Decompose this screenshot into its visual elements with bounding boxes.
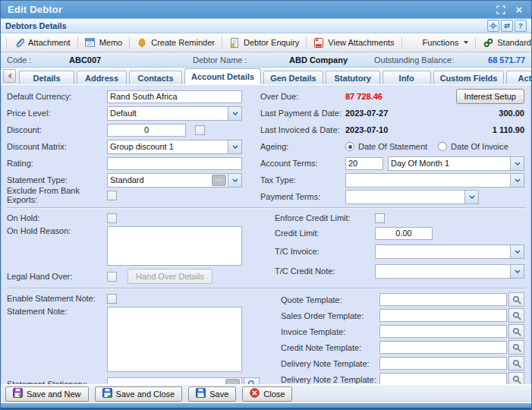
interest-setup-button[interactable]: Interest Setup [456,89,525,104]
chevron-down-icon[interactable] [510,157,524,170]
chevron-down-icon[interactable] [464,191,478,203]
chevron-down-icon[interactable] [510,245,524,258]
tab-address[interactable]: Address [77,71,127,84]
tab-contacts[interactable]: Contacts [129,71,182,84]
account-terms-input[interactable] [345,157,383,170]
discount-matrix-select[interactable]: Group discount 1 [107,140,242,154]
toolbar: Attachment Memo Create Reminder Debtor E… [1,33,531,52]
statement-note-textarea[interactable] [107,307,242,372]
tab-statutory[interactable]: Statutory [326,71,380,84]
enable-statement-note-checkbox[interactable] [107,294,117,304]
refresh-icon[interactable]: ⇄ [501,20,513,32]
delivery-note-2-template-label: Delivery Note 2 Template: [260,375,379,384]
settings-icon[interactable] [487,20,499,32]
delivery-note-template-search-icon[interactable] [508,356,524,371]
legal-hand-over-checkbox[interactable] [107,272,117,282]
outstanding-balance-value: 68 571.77 [454,55,525,65]
sales-order-template-search-icon[interactable] [508,308,524,323]
delivery-note-2-template-input[interactable] [379,373,507,384]
discount-input[interactable] [107,124,186,137]
enforce-credit-limit-checkbox[interactable] [375,213,385,223]
account-terms-period-select[interactable]: Day Of Month 1 [388,156,524,171]
hand-over-details-button[interactable]: Hand Over Details [127,269,212,284]
ellipsis-button[interactable]: ... [212,175,226,186]
quote-template-search-icon[interactable] [508,292,524,307]
tax-type-select[interactable] [345,173,524,188]
statement-type-select[interactable]: Standard ... [107,173,242,188]
tab-custom-fields[interactable]: Custom Fields [433,71,505,84]
enable-statement-note-label: Enable Statement Note: [7,294,107,303]
tab-gen-details[interactable]: Gen Details [263,71,323,84]
on-hold-reason-textarea[interactable] [107,226,242,266]
memo-icon [85,37,96,48]
delivery-note-2-template-search-icon[interactable] [508,372,524,384]
credit-note-template-search-icon[interactable] [508,340,524,355]
chevron-down-icon[interactable] [228,107,241,120]
quote-template-input[interactable] [379,293,507,306]
credit-limit-input[interactable] [375,227,433,240]
rating-input[interactable] [107,157,242,170]
view-attachments-button[interactable]: View Attachments [309,36,398,49]
create-reminder-button[interactable]: Create Reminder [132,36,219,49]
credit-note-template-input[interactable] [379,341,507,354]
panel-title: Debtors Details [5,21,67,30]
quote-template-label: Quote Template: [260,295,379,304]
window-title: Edit Debtor [8,4,62,15]
save-and-close-button[interactable]: Save and Close [95,386,183,402]
maximize-icon[interactable] [496,5,506,15]
tc-invoice-select[interactable] [375,244,524,259]
discount-checkbox[interactable] [195,125,205,135]
save-and-new-button[interactable]: Save and New [5,386,89,402]
invoice-template-search-icon[interactable] [508,324,524,339]
ellipsis-button[interactable]: ... [225,379,240,385]
exclude-bank-exports-label: Exclude From Bank Exports: [7,186,107,204]
save-button[interactable]: Save [188,386,236,402]
tab-activity[interactable]: Activity [506,71,531,84]
help-icon[interactable]: ? [515,20,527,32]
date-of-statement-radio[interactable] [345,142,354,151]
exclude-bank-exports-checkbox[interactable] [107,191,117,200]
footer-bar: Save and New Save and Close Save Close [1,384,531,402]
attachment-button[interactable]: Attachment [9,36,75,49]
debtor-enquiry-button[interactable]: Debtor Enquiry [225,36,304,49]
credit-limit-label: Credit Limit: [260,229,375,238]
outstanding-balance-label: Outstanding Balance: [374,55,454,65]
chevron-down-icon[interactable] [510,265,524,278]
tc-credit-note-select[interactable] [375,264,524,279]
tab-scroll-left-icon[interactable] [3,69,16,83]
date-of-invoice-radio[interactable] [438,142,447,151]
payment-terms-select[interactable] [345,190,479,204]
link-icon [483,37,493,48]
tab-details[interactable]: Details [19,71,74,84]
toolbar-separator [6,37,7,49]
payment-terms-label: Payment Terms: [260,192,345,201]
memo-button[interactable]: Memo [80,36,127,49]
invoice-template-input[interactable] [379,325,507,338]
enforce-credit-limit-label: Enforce Credit Limit: [260,213,375,222]
close-button[interactable]: Close [242,386,292,402]
chevron-down-icon[interactable] [228,174,241,187]
last-payment-date: 2023-07-27 [345,109,388,118]
standard-menu-button[interactable]: Standard [478,36,532,49]
section-divider [7,288,526,289]
section-divider [7,207,526,209]
functions-menu-button[interactable]: Functions [405,36,474,49]
tab-info[interactable]: Info [382,71,431,84]
sales-order-template-input[interactable] [379,309,507,322]
price-level-select[interactable]: Default [107,106,242,121]
close-window-icon[interactable]: × [514,5,524,15]
on-hold-checkbox[interactable] [107,213,117,223]
default-currency-input[interactable] [107,90,242,103]
credit-note-template-label: Credit Note Template: [260,343,379,352]
over-due-value: 87 728.46 [345,92,382,101]
last-payment-amount: 300.00 [499,109,524,118]
delivery-note-template-input[interactable] [379,357,507,370]
account-details-form: Default Currency: Price Level: Default D… [1,85,531,384]
statement-stationery-search-icon[interactable] [244,377,260,385]
chevron-down-icon[interactable] [510,174,524,187]
statement-stationery-input[interactable]: ... [107,377,242,385]
tab-account-details[interactable]: Account Details [184,68,261,84]
tax-type-label: Tax Type: [260,175,345,184]
debtor-name-value: ABD Company [289,55,374,65]
chevron-down-icon[interactable] [228,140,241,153]
